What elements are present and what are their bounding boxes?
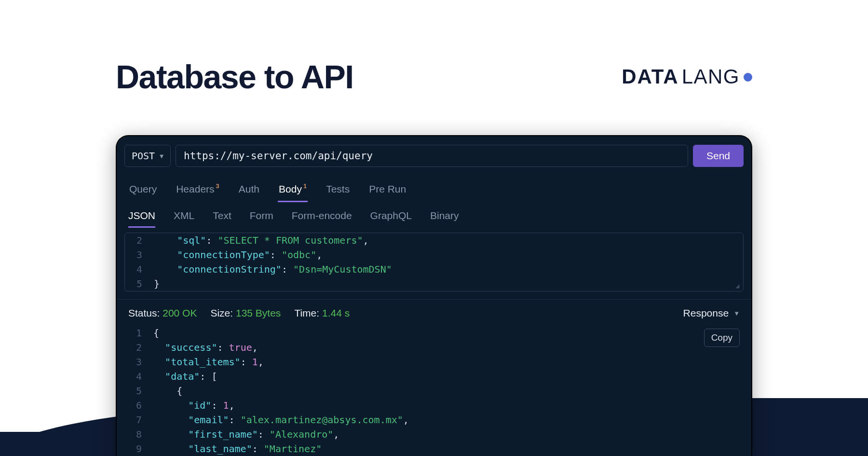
line-number: 3 [124,355,153,369]
body-type-xml[interactable]: XML [174,210,194,228]
tab-headers[interactable]: Headers3 [175,180,220,202]
line-number: 3 [125,248,154,262]
response-status-row: Status: 200 OK Size: 135 Bytes Time: 1.4… [117,306,751,326]
code-line: 9 "last_name": "Martinez" [124,442,744,456]
line-number: 8 [124,427,153,442]
code-content: "connectionString": "Dsn=MyCustomDSN" [154,262,392,276]
code-content: "email": "alex.martinez@absys.com.mx", [153,413,409,427]
code-line: 4 "connectionString": "Dsn=MyCustomDSN" [125,262,743,276]
code-line: 6 "id": 1, [124,398,744,413]
code-line: 4 "data": [ [124,369,744,384]
tab-pre-run[interactable]: Pre Run [368,180,407,202]
code-line: 3 "total_items": 1, [124,355,744,369]
request-bar: POST ▼ Send [117,136,751,176]
tab-label: Auth [239,183,259,195]
line-number: 6 [124,398,153,413]
code-content: "id": 1, [153,398,235,413]
tab-label: Body [279,183,302,195]
code-line: 2 "sql": "SELECT * FROM customers", [125,233,743,248]
page-title: Database to API [116,58,353,96]
body-type-graphql[interactable]: GraphQL [370,210,412,228]
line-number: 2 [124,340,153,355]
line-number: 4 [124,369,153,384]
body-type-form-encode[interactable]: Form-encode [292,210,352,228]
tab-badge: 3 [216,182,219,190]
chevron-down-icon: ▼ [160,152,163,160]
code-line: 1{ [124,326,744,340]
tab-label: Headers [176,183,214,195]
tab-label: Tests [326,183,350,195]
code-line: 8 "first_name": "Alexandro", [124,427,744,442]
body-type-form[interactable]: Form [250,210,273,228]
code-content: } [154,276,160,291]
code-line: 2 "success": true, [124,340,744,355]
tab-query[interactable]: Query [128,180,158,202]
response-view-label: Response [683,307,729,319]
tab-tests[interactable]: Tests [325,180,351,202]
response-view-select[interactable]: Response ▼ [683,307,740,319]
http-method-value: POST [132,150,155,162]
api-client-window: POST ▼ Send QueryHeaders3AuthBody1TestsP… [116,135,752,456]
brand-dot-icon [744,73,752,82]
line-number: 5 [124,384,153,398]
line-number: 5 [125,276,154,291]
code-content: "success": true, [153,340,258,355]
tab-label: Pre Run [369,183,406,195]
body-type-text[interactable]: Text [213,210,231,228]
code-line: 5 { [124,384,744,398]
code-line: 7 "email": "alex.martinez@absys.com.mx", [124,413,744,427]
line-number: 2 [125,233,154,248]
time-label: Time: [294,307,319,318]
tab-badge: 1 [303,182,307,190]
url-input[interactable] [176,145,688,167]
time-value: 1.44 s [322,307,350,318]
line-number: 4 [125,262,154,276]
request-body-editor[interactable]: ◢ 2 "sql": "SELECT * FROM customers",3 "… [124,233,744,291]
response-area: Copy 1{2 "success": true,3 "total_items"… [117,326,751,456]
body-type-binary[interactable]: Binary [430,210,459,228]
brand-logo: DATALANG [622,65,752,88]
divider [117,299,751,300]
brand-light: LANG [682,65,740,88]
tab-body[interactable]: Body1 [278,180,308,202]
status-label: Status: [128,307,160,318]
code-content: { [153,326,159,340]
size-label: Size: [210,307,233,318]
code-content: "data": [ [153,369,217,384]
size-value: 135 Bytes [236,307,281,318]
http-method-select[interactable]: POST ▼ [124,145,171,167]
code-content: "first_name": "Alexandro", [153,427,339,442]
tab-auth[interactable]: Auth [238,180,260,202]
code-content: "total_items": 1, [153,355,264,369]
copy-button[interactable]: Copy [704,329,740,347]
line-number: 7 [124,413,153,427]
send-button[interactable]: Send [693,145,744,167]
status-value: 200 OK [163,307,197,318]
tab-label: Query [129,183,157,195]
code-line: 3 "connectionType": "odbc", [125,248,743,262]
line-number: 1 [124,326,153,340]
chevron-down-icon: ▼ [733,310,740,317]
code-content: "sql": "SELECT * FROM customers", [154,233,369,248]
code-content: { [153,384,182,398]
body-type-tab-row: JSONXMLTextFormForm-encodeGraphQLBinary [117,202,751,233]
line-number: 9 [124,442,153,456]
response-body-viewer[interactable]: 1{2 "success": true,3 "total_items": 1,4… [124,326,744,456]
code-content: "last_name": "Martinez" [153,442,322,456]
brand-bold: DATA [622,65,678,88]
code-line: 5} [125,276,743,291]
body-type-json[interactable]: JSON [128,210,155,228]
code-content: "connectionType": "odbc", [154,248,322,262]
request-tab-row: QueryHeaders3AuthBody1TestsPre Run [117,176,751,202]
